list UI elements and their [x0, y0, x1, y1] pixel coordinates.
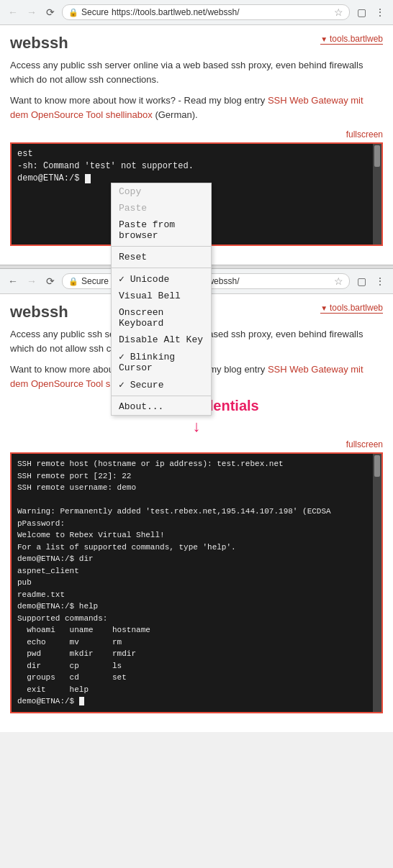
description-1: Access any public ssh server online via … [10, 58, 383, 86]
terminal-2[interactable]: SSH remote host (hostname or ip address)… [12, 454, 381, 712]
scrollbar-thumb-1 [374, 145, 380, 167]
menu-about[interactable]: About... [112, 398, 211, 415]
browser-window-1: ← → ⟳ 🔒 Secure https://tools.bartlweb.ne… [0, 0, 393, 265]
menu-secure[interactable]: Secure [112, 376, 211, 393]
secure-label-2: Secure [81, 276, 109, 286]
menu-divider-2 [112, 268, 211, 268]
forward-button[interactable]: → [24, 5, 39, 19]
menu-visual-bell[interactable]: Visual Bell [112, 288, 211, 304]
terminal-text-2: SSH remote host (hostname or ip address)… [17, 458, 376, 708]
bookmark-icon-2[interactable]: ☆ [334, 275, 343, 287]
page-1: webssh tools.bartlweb Access any public … [0, 25, 393, 265]
menu-paste[interactable]: Paste [112, 200, 211, 216]
cursor-1 [85, 174, 91, 183]
description-2: Want to know more about how it works? - … [10, 93, 383, 122]
back-button[interactable]: ← [6, 5, 20, 19]
terminal-scrollbar-1[interactable] [373, 144, 381, 245]
terminal-text-1: est -sh: Command 'test' not supported. d… [17, 148, 376, 184]
menu-blinking-cursor[interactable]: Blinking Cursor [112, 348, 211, 376]
tab-icon-button[interactable]: ▢ [354, 5, 369, 19]
site-header-1: webssh tools.bartlweb [10, 34, 383, 52]
cursor-2 [79, 697, 84, 705]
context-menu: Copy Paste Paste from browser Reset Unic… [111, 183, 212, 416]
menu-divider-1 [112, 246, 211, 247]
tab-icon-button-2[interactable]: ▢ [354, 274, 369, 288]
arrow-down-icon: ↓ [10, 417, 383, 436]
menu-reset[interactable]: Reset [112, 249, 211, 265]
site-link-2[interactable]: tools.bartlweb [320, 303, 383, 314]
blog-suffix-1: (German). [153, 109, 198, 120]
fullscreen-link-1[interactable]: fullscreen [346, 129, 383, 140]
menu-button-2[interactable]: ⋮ [373, 274, 387, 288]
browser-chrome-1: ← → ⟳ 🔒 Secure https://tools.bartlweb.ne… [0, 0, 393, 25]
site-link-1[interactable]: tools.bartlweb [320, 34, 383, 45]
reload-button[interactable]: ⟳ [43, 5, 58, 19]
back-button-2[interactable]: ← [6, 274, 20, 288]
menu-disable-alt-key[interactable]: Disable Alt Key [112, 332, 211, 348]
menu-copy[interactable]: Copy [112, 183, 211, 200]
menu-unicode[interactable]: Unicode [112, 270, 211, 288]
address-bar[interactable]: 🔒 Secure https://tools.bartlweb.net/webs… [62, 4, 350, 20]
menu-onscreen-keyboard[interactable]: Onscreen Keyboard [112, 304, 211, 332]
menu-divider-3 [112, 396, 211, 396]
page-title-2: webssh [10, 303, 68, 321]
desc2-before: Want to know more about how it works? - … [10, 95, 268, 106]
menu-paste-from-browser[interactable]: Paste from browser [112, 216, 211, 244]
bookmark-icon[interactable]: ☆ [334, 6, 343, 18]
terminal-1[interactable]: est -sh: Command 'test' not supported. d… [12, 144, 381, 245]
terminal-container-2: SSH remote host (hostname or ip address)… [10, 452, 383, 713]
fullscreen-link-2[interactable]: fullscreen [346, 439, 383, 449]
reload-button-2[interactable]: ⟳ [43, 274, 58, 288]
url-text: https://tools.bartlweb.net/webssh/ [112, 7, 239, 17]
page-title-1: webssh [10, 34, 68, 52]
lock-icon: 🔒 [68, 8, 78, 17]
terminal-container-1: est -sh: Command 'test' not supported. d… [10, 142, 383, 246]
lock-icon-2: 🔒 [68, 277, 78, 286]
scrollbar-thumb-2 [374, 455, 380, 477]
forward-button-2[interactable]: → [24, 274, 39, 288]
secure-label: Secure [81, 7, 109, 17]
menu-button[interactable]: ⋮ [373, 5, 387, 19]
terminal-scrollbar-2[interactable] [373, 454, 381, 712]
